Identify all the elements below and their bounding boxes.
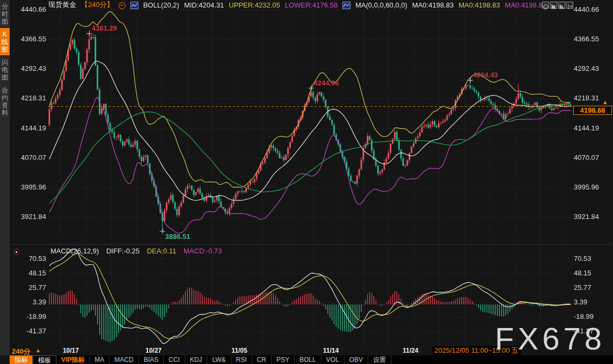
swing-high-label: 4264.43: [473, 71, 498, 79]
sidebar-tab-item[interactable]: 分时图: [0, 0, 10, 28]
macd-name-label: MACD(26,12,9): [50, 247, 99, 255]
boll-mid-value: MID:4204.31: [184, 1, 224, 9]
macd-dea-value: DEA:0.11: [147, 247, 177, 255]
sidebar-tab-active[interactable]: K线图: [0, 28, 10, 56]
swing-low-label: 3886.51: [165, 232, 191, 241]
boll-name-label: BOLL(20,2): [143, 1, 179, 9]
toolbar-button-[interactable]: 设置: [368, 355, 391, 364]
toolbar-button-PSY[interactable]: PSY: [272, 355, 295, 364]
macd-diff-value: DIFF:-0.25: [106, 247, 140, 255]
macd-axis-tick-left: -18.99: [10, 313, 46, 321]
toolbar-button-[interactable]: 指标: [10, 355, 33, 364]
macd-axis-tick-right: 25.77: [574, 284, 611, 292]
toolbar-button-[interactable]: 模板: [33, 355, 56, 364]
macd-macd-value: MACD:-0.73: [184, 247, 222, 255]
price-axis-tick-right: 3995.96: [574, 184, 611, 191]
boll-upper-value: UPPER:4232.05: [229, 1, 280, 9]
shift-right-icon[interactable]: [566, 2, 573, 9]
price-axis-tick-right: 4366.55: [574, 35, 611, 43]
price-axis-tick-right: 4440.66: [574, 6, 611, 13]
main-chart-header: 现货黄金 【240分】 BOLL(20,2) MID:4204.31 UPPER…: [48, 1, 562, 9]
price-axis-tick-right: 4292.43: [574, 65, 611, 72]
ma0-white-value: MA0:4198.83: [412, 1, 454, 9]
sidebar-tab-item[interactable]: 闪电图: [0, 56, 10, 84]
date-axis-label: 11/14: [316, 347, 346, 354]
toolbar-button-VOL[interactable]: VOL: [322, 355, 345, 364]
toolbar-button-CR[interactable]: CR: [252, 355, 272, 364]
boll-indicator-chart-icon[interactable]: [130, 2, 138, 9]
swing-high-label: 4381.29: [92, 24, 117, 32]
date-axis-label: 11/24: [396, 347, 426, 354]
toolbar-button-KDJ[interactable]: KDJ: [185, 355, 208, 364]
price-axis-tick-right: 4070.07: [574, 154, 611, 162]
price-axis-tick-left: 4366.55: [10, 35, 46, 43]
ma0-yellow-value: MA0:4198.83: [458, 1, 500, 9]
zoom-in-axis-icon[interactable]: [558, 2, 565, 9]
boll-lower-value: LOWER:4176.58: [285, 1, 338, 9]
last-price-box: 4198.68: [573, 106, 612, 115]
macd-axis-tick-left: -41.37: [10, 327, 46, 335]
macd-axis-tick-left: 3.39: [10, 299, 46, 306]
price-axis-tick-left: 4144.19: [10, 125, 46, 132]
kline-app-window: 分时图K线图闪电图合约资料 现货黄金 【240分】 BOLL(20,2) MID…: [0, 0, 613, 364]
macd-axis-tick-right: 48.15: [574, 270, 611, 277]
price-axis-tick-left: 4218.31: [10, 94, 46, 102]
toolbar-button-MA[interactable]: MA: [90, 355, 110, 364]
swing-high-label: 4244.96: [313, 79, 339, 87]
toolbar-button-VIP[interactable]: VIP指标: [56, 355, 90, 364]
date-axis-label: 10/27: [138, 347, 169, 354]
price-axis-tick-left: 4070.07: [10, 154, 46, 162]
symbol-label: 现货黄金: [48, 0, 76, 10]
kline-chart-canvas[interactable]: [0, 0, 613, 355]
chart-toolbar-icons: [542, 2, 573, 9]
period-dropdown-arrow-icon[interactable]: ▲: [35, 347, 41, 353]
macd-axis-tick-left: 48.15: [10, 270, 46, 277]
period-selector[interactable]: 【240分】: [81, 0, 114, 10]
toolbar-button-BIAS[interactable]: BIAS: [139, 355, 164, 364]
macd-axis-tick-left: 25.77: [10, 284, 46, 292]
toolbar-button-LW[interactable]: LW&: [207, 355, 231, 364]
macd-header: MACD(26,12,9) DIFF:-0.25 DEA:0.11 MACD:-…: [50, 247, 228, 255]
indicator-toolbar: 指标模板VIP指标MAMACDBIASCCIKDJLW&RSICRPSYBOLL…: [10, 355, 613, 364]
macd-axis-tick-right: -18.99: [574, 313, 611, 321]
price-axis-tick-left: 4292.43: [10, 65, 46, 72]
toolbar-button-CCI[interactable]: CCI: [164, 355, 185, 364]
ma-name-label: MA(0,0,0,60,0,0): [355, 1, 407, 9]
crosshair-tool-icon[interactable]: [542, 2, 549, 9]
ma-indicator-chart-icon[interactable]: [342, 2, 351, 9]
chart-type-sidebar: 分时图K线图闪电图合约资料: [0, 0, 10, 355]
last-price-arrow-icon: ▲: [602, 99, 608, 105]
macd-axis-tick-right: 70.53: [574, 255, 611, 263]
macd-axis-tick-right: 3.39: [574, 299, 611, 306]
sidebar-tab-item[interactable]: 合约资料: [0, 84, 10, 119]
fx678-watermark: FX678: [495, 323, 605, 354]
toolbar-button-RSI[interactable]: RSI: [231, 355, 252, 364]
macd-indicator-settings-icon[interactable]: [13, 249, 19, 255]
toolbar-button-MACD[interactable]: MACD: [110, 355, 138, 364]
price-axis-tick-left: 3995.96: [10, 184, 46, 191]
price-axis-tick-right: 4144.19: [574, 125, 611, 132]
date-axis-label: 10/17: [56, 347, 86, 354]
zoom-out-axis-icon[interactable]: [550, 2, 557, 9]
event-marker-icon[interactable]: [119, 2, 126, 9]
price-axis-tick-right: 3921.84: [574, 213, 611, 221]
ma0-magenta-value: MA0:4198.83: [505, 1, 546, 9]
price-axis-tick-left: 3921.84: [10, 213, 46, 221]
date-axis-label: 11/05: [224, 347, 254, 354]
macd-axis-tick-left: 70.53: [10, 255, 46, 263]
toolbar-button-OBV[interactable]: OBV: [345, 355, 368, 364]
price-axis-tick-left: 4440.66: [10, 6, 46, 13]
toolbar-button-BOLL[interactable]: BOLL: [295, 355, 322, 364]
